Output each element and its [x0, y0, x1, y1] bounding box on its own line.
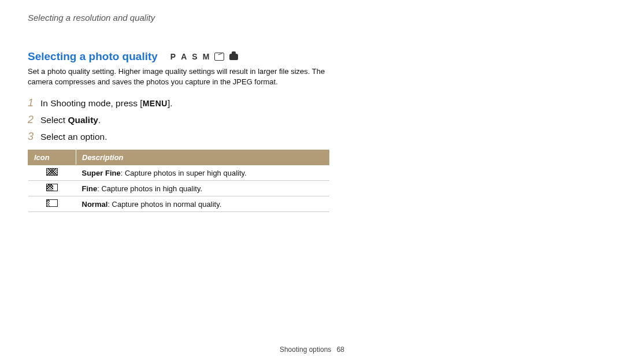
- page: Selecting a resolution and quality Selec…: [0, 0, 624, 364]
- quality-icon-cell: [28, 181, 76, 196]
- step-text-post: ].: [168, 98, 173, 108]
- mode-a: A: [181, 52, 187, 61]
- table-header-row: Icon Description: [28, 150, 329, 165]
- quality-name: Fine: [82, 184, 98, 193]
- page-footer: Shooting options 68: [0, 346, 624, 354]
- step-text-pre: Select an option.: [40, 132, 107, 142]
- quality-desc: : Capture photos in high quality.: [97, 184, 202, 193]
- step-text-pre: Select: [40, 115, 68, 125]
- table-header-desc: Description: [76, 150, 329, 165]
- quality-desc-cell: Super Fine: Capture photos in super high…: [76, 165, 329, 181]
- step-text-pre: In Shooting mode, press [: [40, 98, 143, 108]
- quality-name: Normal: [82, 200, 108, 209]
- mode-scene-icon: [214, 53, 224, 61]
- step-number: 1: [28, 97, 40, 109]
- step-text: In Shooting mode, press [MENU].: [40, 98, 173, 109]
- content-column: Selecting a photo quality P A S M Set a …: [28, 50, 351, 212]
- step-2: 2 Select Quality.: [28, 114, 351, 126]
- section-title: Selecting a photo quality P A S M: [28, 50, 351, 63]
- section-heading: Selecting a photo quality: [28, 50, 158, 63]
- mode-m: M: [203, 52, 210, 61]
- section-intro: Set a photo quality setting. Higher imag…: [28, 66, 351, 87]
- mode-camera-icon: [229, 54, 238, 60]
- step-number: 2: [28, 114, 40, 126]
- step-3: 3 Select an option.: [28, 131, 351, 143]
- quality-table: Icon Description Super Fine: Capture pho…: [28, 150, 329, 212]
- quality-desc-cell: Fine: Capture photos in high quality.: [76, 181, 329, 196]
- mode-s: S: [192, 52, 197, 61]
- mode-p: P: [170, 52, 176, 61]
- table-row: Normal: Capture photos in normal quality…: [28, 196, 329, 212]
- quality-fine-icon: [46, 184, 58, 191]
- step-text-bold: Quality: [68, 115, 98, 125]
- quality-desc: : Capture photos in super high quality.: [121, 169, 247, 177]
- step-text: Select Quality.: [40, 115, 101, 125]
- table-header-icon: Icon: [28, 150, 76, 165]
- quality-name: Super Fine: [82, 169, 121, 177]
- quality-icon-cell: [28, 165, 76, 181]
- footer-page-number: 68: [337, 346, 344, 354]
- quality-superfine-icon: [46, 168, 58, 176]
- step-text-post: .: [98, 115, 101, 125]
- quality-desc-cell: Normal: Capture photos in normal quality…: [76, 196, 329, 212]
- footer-section: Shooting options: [280, 346, 331, 354]
- quality-icon-cell: [28, 196, 76, 212]
- steps-list: 1 In Shooting mode, press [MENU]. 2 Sele…: [28, 97, 351, 143]
- menu-button-label: MENU: [143, 99, 168, 108]
- step-text: Select an option.: [40, 132, 107, 142]
- step-1: 1 In Shooting mode, press [MENU].: [28, 97, 351, 109]
- quality-normal-icon: [46, 199, 58, 207]
- step-number: 3: [28, 131, 40, 143]
- table-row: Super Fine: Capture photos in super high…: [28, 165, 329, 181]
- mode-icons: P A S M: [170, 52, 238, 61]
- breadcrumb: Selecting a resolution and quality: [28, 13, 596, 23]
- quality-desc: : Capture photos in normal quality.: [107, 200, 221, 209]
- table-row: Fine: Capture photos in high quality.: [28, 181, 329, 196]
